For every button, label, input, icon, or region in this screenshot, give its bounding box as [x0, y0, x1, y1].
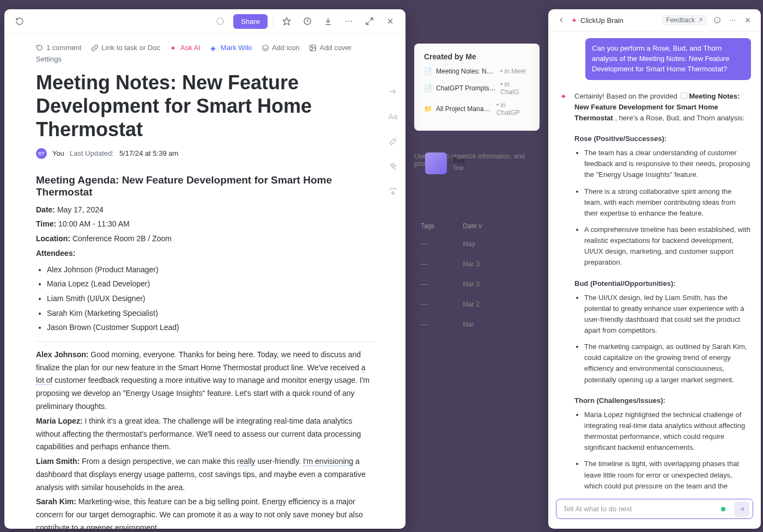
ai-body[interactable]: Can you perform a Rose, Bud, and Thorn a…: [548, 32, 761, 493]
doc-icon: 📄: [424, 68, 432, 75]
mark-wiki-button[interactable]: ◈ Mark Wiki: [210, 44, 252, 52]
last-updated-label: Last Updated:: [70, 149, 114, 157]
svg-point-0: [217, 18, 223, 25]
avatar[interactable]: BT: [36, 148, 47, 159]
svg-point-10: [730, 20, 731, 21]
user-message: Can you perform a Rose, Bud, and Thorn a…: [585, 38, 751, 80]
settings-button[interactable]: Settings: [36, 55, 62, 63]
close-icon[interactable]: [383, 14, 398, 29]
svg-point-12: [734, 20, 735, 21]
sparkle-icon: ✦: [170, 44, 178, 52]
svg-point-5: [351, 21, 352, 22]
enhance-icon[interactable]: [387, 161, 399, 173]
add-icon-button[interactable]: Add icon: [262, 44, 300, 52]
background-hero: Tea Tear: [425, 147, 534, 180]
divider: [273, 16, 274, 27]
comment-icon: [36, 44, 44, 52]
more-icon[interactable]: [341, 14, 356, 29]
link-icon: [91, 44, 99, 52]
doc-title[interactable]: Meeting Notes: New Feature Development f…: [36, 71, 374, 142]
attendee-item: Maria Lopez (Lead Developer): [47, 277, 374, 291]
list-item: A comprehensive timeline has been establ…: [584, 224, 751, 268]
collapse-icon[interactable]: [387, 85, 399, 97]
svg-marker-1: [283, 17, 290, 25]
list-item: The marketing campaign, as outlined by S…: [584, 341, 751, 386]
attendees-list: Alex Johnson (Product Manager) Maria Lop…: [47, 262, 374, 335]
doc-chip-icon: [681, 93, 687, 99]
doc-icon: 📄: [424, 84, 432, 92]
add-cover-button[interactable]: Add cover: [309, 44, 352, 52]
subscribe-icon[interactable]: [300, 14, 315, 29]
smile-icon: [262, 44, 269, 52]
link-task-button[interactable]: Link to task or Doc: [91, 44, 160, 52]
star-icon[interactable]: [279, 14, 294, 29]
ai-header: ✦ ClickUp Brain Feedback: [548, 9, 761, 32]
close-icon[interactable]: [742, 15, 753, 26]
list-item: The timeline is tight, with overlapping …: [584, 458, 751, 493]
comments-link[interactable]: 1 comment: [36, 44, 81, 52]
image-icon: [309, 44, 317, 52]
more-icon[interactable]: [727, 15, 738, 26]
hero-thumbnail: [425, 152, 447, 174]
download-icon[interactable]: [320, 14, 336, 29]
ask-ai-button[interactable]: ✦ Ask AI: [170, 44, 201, 52]
rose-list: The team has a clear understanding of cu…: [584, 148, 751, 268]
attendee-item: Liam Smith (UI/UX Designer): [47, 291, 374, 306]
background-table: TagsDate v —May —Mar 3 —Mar 3 —Mar 2 —Ma…: [420, 218, 510, 335]
created-by-me-card: Created by Me 📄 Meeting Notes: New… • in…: [414, 44, 540, 131]
created-by-me-title: Created by Me: [424, 52, 530, 61]
ai-input-placeholder: Tell AI what to do next: [563, 505, 632, 513]
bud-heading: Bud (Potential/Opportunities):: [574, 278, 751, 289]
back-icon[interactable]: [556, 15, 567, 26]
rose-heading: Rose (Positive/Successes):: [574, 133, 751, 144]
magic-wand-icon[interactable]: [387, 136, 399, 148]
attendee-item: Sarah Kim (Marketing Specialist): [47, 306, 374, 321]
bud-list: The UI/UX design, led by Liam Smith, has…: [584, 292, 751, 386]
recent-doc-item[interactable]: 📄 ChatGPT Prompts fo… • in ChatG: [424, 81, 530, 96]
list-item: The team has a clear understanding of cu…: [584, 148, 751, 180]
list-item: There is a strong collaborative spirit a…: [584, 186, 751, 219]
list-item: Maria Lopez highlighted the technical ch…: [584, 409, 751, 454]
status-dot: [721, 507, 725, 511]
export-icon[interactable]: [387, 186, 399, 198]
ai-input[interactable]: Tell AI what to do next: [556, 499, 753, 519]
last-updated-value: 5/17/24 at 5:39 am: [119, 149, 178, 157]
svg-point-8: [312, 46, 313, 47]
ai-input-wrap: Tell AI what to do next: [548, 493, 761, 529]
transcript-line: Alex Johnson: Good morning, everyone. Th…: [36, 348, 374, 413]
transcript-line: Maria Lopez: I think it's a great idea. …: [36, 415, 374, 454]
svg-point-4: [348, 21, 349, 22]
refresh-icon[interactable]: [12, 14, 27, 29]
folder-icon: 📁: [424, 105, 432, 113]
attendee-item: Alex Johnson (Product Manager): [47, 262, 374, 277]
ai-title: ✦ ClickUp Brain: [571, 16, 657, 25]
svg-point-11: [732, 20, 733, 21]
svg-point-6: [263, 45, 269, 51]
doc-meta-row: 1 comment Link to task or Doc ✦ Ask AI ◈…: [36, 44, 374, 52]
author-row: BT You Last Updated: 5/17/24 at 5:39 am: [36, 148, 374, 159]
info-icon[interactable]: [712, 15, 723, 26]
text-style-icon[interactable]: Aa: [387, 111, 399, 123]
doc-toolbar: Share: [4, 9, 405, 34]
thorn-list: Maria Lopez highlighted the technical ch…: [584, 409, 751, 493]
divider: [36, 341, 374, 342]
feedback-button[interactable]: Feedback: [662, 15, 707, 26]
send-button[interactable]: [734, 502, 749, 517]
agenda-heading: Meeting Agenda: New Feature Development …: [36, 174, 374, 198]
thorn-heading: Thorn (Challenges/Issues):: [574, 395, 751, 406]
doc-side-rail: Aa: [387, 85, 399, 198]
list-item: The UI/UX design, led by Liam Smith, has…: [584, 292, 751, 337]
recent-doc-item[interactable]: 📄 Meeting Notes: New… • in Meet: [424, 68, 530, 75]
recent-doc-item[interactable]: 📁 All Project Manag… • in ChatGP: [424, 101, 530, 117]
share-button[interactable]: Share: [233, 14, 268, 29]
author-name: You: [52, 149, 64, 157]
document-panel: Share 1 comment Link to ta: [4, 9, 405, 529]
doc-body[interactable]: Meeting Agenda: New Feature Development …: [36, 174, 374, 529]
sparkle-icon: ✦: [560, 92, 567, 493]
transcript-line: Liam Smith: From a design perspective, w…: [36, 455, 374, 494]
doc-scroll[interactable]: 1 comment Link to task or Doc ✦ Ask AI ◈…: [4, 34, 405, 529]
attendee-item: Jason Brown (Customer Support Lead): [47, 320, 374, 335]
expand-icon[interactable]: [362, 14, 377, 29]
svg-point-3: [346, 21, 347, 22]
ai-activity-icon[interactable]: [213, 14, 228, 29]
